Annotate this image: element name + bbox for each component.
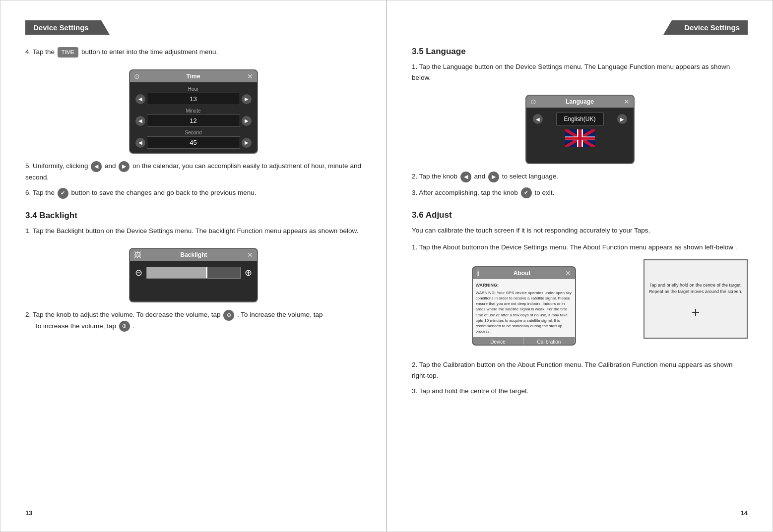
hour-value: 13 <box>147 93 240 105</box>
time-screen-close[interactable]: ✕ <box>247 72 253 80</box>
about-text: WARNING: Your GPS device operates under … <box>476 290 572 335</box>
about-warning-label: WARNING: <box>476 282 572 289</box>
section34-title: 3.4 Backlight <box>25 211 361 221</box>
calibration-cross-icon: + <box>692 304 700 320</box>
right-header-bar: Device Settings <box>412 20 748 35</box>
language-close-icon[interactable]: ✕ <box>624 98 630 106</box>
screens-row: ℹ About ✕ WARNING: WARNING: Your GPS dev… <box>412 259 748 353</box>
minute-increase-btn[interactable]: ▶ <box>242 116 252 126</box>
backlight-close-icon[interactable]: ✕ <box>247 251 253 259</box>
decrease-brightness-icon[interactable]: ⊖ <box>135 267 142 278</box>
step36-2-text: 2. Tap the Calibration button on the Abo… <box>412 359 748 381</box>
step34-2-indent: To increase the volume, tap <box>34 322 118 330</box>
step6: 6. Tap the ✔ button to save the changes … <box>25 187 361 198</box>
increase-vol-icon[interactable]: ⊕ <box>119 321 130 332</box>
calibration-btn[interactable]: Calibration <box>524 337 575 346</box>
step36-1-text: 1. Tap the About buttonon the Device Set… <box>412 242 748 253</box>
decrease-vol-icon[interactable]: ⊖ <box>223 310 234 321</box>
lang-knob-left[interactable]: ◀ <box>460 172 471 182</box>
brightness-fill <box>147 267 207 278</box>
step35-2-and: and <box>474 173 486 180</box>
backlight-screen-title: Backlight <box>141 251 247 258</box>
right-page-number: 14 <box>741 509 748 517</box>
hour-label: Hour <box>134 86 253 92</box>
lang-exit-knob[interactable]: ✔ <box>521 187 532 198</box>
calibration-screen: Tap and briefly hold on the centre of th… <box>644 259 748 339</box>
step34-1: 1. Tap the Backlight button on the Devic… <box>25 226 361 236</box>
backlight-body: ⊖ ⊕ <box>130 261 257 285</box>
about-body: WARNING: WARNING: Your GPS device operat… <box>473 279 575 337</box>
calibration-text: Tap and briefly hold on the centre of th… <box>644 278 747 299</box>
minute-row: ◀ 12 ▶ <box>134 115 253 127</box>
flag-uk <box>565 129 595 147</box>
second-increase-btn[interactable]: ▶ <box>242 138 252 148</box>
minute-label: Minute <box>134 108 253 114</box>
step35-1-text: 1. Tap the Language button on the Device… <box>412 61 748 83</box>
step6-text: 6. Tap the <box>25 189 55 196</box>
step5-and: and <box>105 162 116 170</box>
section36-desc: You can calibrate the touch screen if it… <box>412 225 748 236</box>
about-screen-header: ℹ About ✕ <box>473 267 575 279</box>
right-header-title: Device Settings <box>663 20 748 35</box>
step35-2: 2. Tap the knob ◀ and ▶ to select langua… <box>412 171 748 182</box>
step4: 4. Tap the TIME button to enter into the… <box>25 47 361 58</box>
section35-title: 3.5 Language <box>412 47 748 57</box>
about-buttons: Device Calibration <box>473 337 575 346</box>
step35-2-text: 2. Tap the knob <box>412 173 457 180</box>
left-nav-icon[interactable]: ◀ <box>91 161 102 172</box>
section36-title: 3.6 Adjust <box>412 210 748 220</box>
left-header-title: Device Settings <box>25 20 110 35</box>
time-button[interactable]: TIME <box>58 47 78 58</box>
lang-knob-right[interactable]: ▶ <box>488 172 499 182</box>
left-header-bar: Device Settings <box>25 20 361 35</box>
minute-value: 12 <box>147 115 240 127</box>
increase-brightness-icon[interactable]: ⊕ <box>245 267 252 278</box>
step35-3-text: 3. After accomplishing, tap the knob <box>412 189 518 196</box>
step35-2-after: to select language. <box>502 173 558 180</box>
time-screen-body: Hour ◀ 13 ▶ Minute ◀ 12 ▶ Second ◀ 45 <box>130 82 257 154</box>
lang-increase-btn[interactable]: ▶ <box>617 114 627 124</box>
second-decrease-btn[interactable]: ◀ <box>135 138 145 148</box>
step34-2: 2. Tap the knob to adjust the volume. To… <box>25 309 361 332</box>
second-label: Second <box>134 130 253 135</box>
backlight-screen-header: 🖼 Backlight ✕ <box>130 249 257 261</box>
step36-3-text: 3. Tap and hold the centre of the target… <box>412 386 748 397</box>
hour-increase-btn[interactable]: ▶ <box>242 94 252 104</box>
lang-value-row: ◀ English(UK) ▶ <box>531 113 629 125</box>
step34-2c-text: . <box>133 322 135 330</box>
step36-1: 1. Tap the About buttonon the Device Set… <box>412 242 748 253</box>
left-page-number: 13 <box>25 509 32 517</box>
language-screen: ⊙ Language ✕ ◀ English(UK) ▶ <box>525 95 635 164</box>
language-screen-header: ⊙ Language ✕ <box>526 96 634 108</box>
second-row: ◀ 45 ▶ <box>134 136 253 149</box>
time-screen: ⊙ Time ✕ Hour ◀ 13 ▶ Minute ◀ 12 ▶ <box>129 69 258 154</box>
step6-after: button to save the changes and go back t… <box>71 189 257 196</box>
lang-decrease-btn[interactable]: ◀ <box>533 114 543 124</box>
backlight-screen: 🖼 Backlight ✕ ⊖ ⊕ <box>129 248 258 302</box>
step34-2a-text: 2. Tap the knob to adjust the volume. To… <box>25 311 221 318</box>
hour-row: ◀ 13 ▶ <box>134 93 253 105</box>
step4-text: 4. Tap the <box>25 48 55 56</box>
brightness-bar <box>146 267 241 279</box>
step35-3-after: to exit. <box>534 189 554 196</box>
step35-3: 3. After accomplishing, tap the knob ✔ t… <box>412 187 748 198</box>
time-screen-title: Time <box>140 73 247 80</box>
lang-value: English(UK) <box>556 113 604 125</box>
save-icon[interactable]: ✔ <box>58 188 68 199</box>
step5: 5. Uniformity, clicking ◀ and ▶ on the c… <box>25 161 361 182</box>
about-close-icon[interactable]: ✕ <box>565 269 571 277</box>
second-value: 45 <box>147 136 240 149</box>
language-screen-title: Language <box>536 98 624 105</box>
minute-decrease-btn[interactable]: ◀ <box>135 116 145 126</box>
step4-text-after: button to enter into the time adjustment… <box>81 48 218 56</box>
time-screen-header: ⊙ Time ✕ <box>130 70 257 82</box>
right-nav-icon[interactable]: ▶ <box>119 161 129 172</box>
language-body: ◀ English(UK) ▶ <box>526 108 634 152</box>
language-screen-icon: ⊙ <box>530 98 536 106</box>
step34-1-text: 1. Tap the Backlight button on the Devic… <box>25 226 361 236</box>
step34-2b-text: . To increase the volume, tap <box>237 311 322 318</box>
device-btn[interactable]: Device <box>473 337 524 346</box>
step36-3: 3. Tap and hold the centre of the target… <box>412 386 748 397</box>
right-page: Device Settings 3.5 Language 1. Tap the … <box>386 0 773 532</box>
hour-decrease-btn[interactable]: ◀ <box>135 94 145 104</box>
